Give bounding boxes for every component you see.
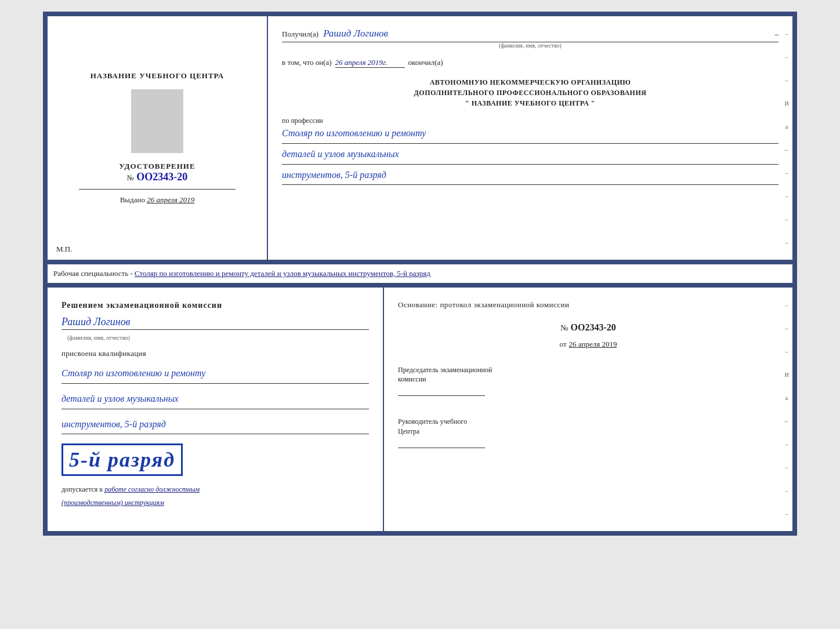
predsedatel-line2: комиссии <box>398 375 779 384</box>
cert-top-left: НАЗВАНИЕ УЧЕБНОГО ЦЕНТРА УДОСТОВЕРЕНИЕ №… <box>48 16 268 260</box>
osnov-number-prefix: № <box>560 323 568 333</box>
rukovoditel-signature-line <box>398 437 485 448</box>
profession-line3: инструментов, 5-й разряд <box>282 170 386 180</box>
big-rank-box: 5-й разряд <box>61 443 183 476</box>
dopusk-prefix: допускается к <box>61 485 103 493</box>
po-professii-label: по профессии <box>282 117 779 125</box>
top-certificate-card: НАЗВАНИЕ УЧЕБНОГО ЦЕНТРА УДОСТОВЕРЕНИЕ №… <box>43 12 797 264</box>
osnov-number: OO2343-20 <box>571 322 616 333</box>
okonchill-label: окончил(а) <box>408 58 443 67</box>
specialty-value: Столяр по изготовлению и ремонту деталей… <box>135 269 430 278</box>
specialty-text-bar: Рабочая специальность - Столяр по изгото… <box>43 264 797 283</box>
org-line3: " НАЗВАНИЕ УЧЕБНОГО ЦЕНТРА " <box>282 98 779 108</box>
dopusk-block: допускается к работе согласно должностны… <box>61 485 369 494</box>
komissia-name-value: Рашид Логинов <box>61 316 130 329</box>
cert-number: OO2343-20 <box>136 171 187 183</box>
document-wrapper: НАЗВАНИЕ УЧЕБНОГО ЦЕНТРА УДОСТОВЕРЕНИЕ №… <box>43 12 797 536</box>
predsedatel-signature-line <box>398 384 485 396</box>
profession-block: по профессии Столяр по изготовлению и ре… <box>282 117 779 185</box>
divider-line <box>79 189 236 190</box>
specialty-prefix: Рабочая специальность - <box>53 269 135 278</box>
osnov-date-row: от 26 апреля 2019 <box>398 340 779 349</box>
profession-line1: Столяр по изготовлению и ремонту <box>282 128 426 138</box>
fio-sublabel-bottom: (фамилия, имя, отчество) <box>67 335 369 341</box>
vtom-row: в том, что он(а) 26 апреля 2019г. окончи… <box>282 58 779 68</box>
prisvoena-label: присвоена квалификация <box>61 349 369 358</box>
qual-line2: деталей и узлов музыкальных <box>61 394 179 403</box>
fio-sublabel-top: (фамилия, имя, отчество) <box>282 42 779 49</box>
org-line1: АВТОНОМНУЮ НЕКОММЕРЧЕСКУЮ ОРГАНИЗАЦИЮ <box>282 77 779 88</box>
right-side-decor: – – – И а ← – – – – <box>781 16 792 260</box>
poluchil-row: Получил(a) Рашид Логинов – (фамилия, имя… <box>282 28 779 49</box>
qual-line1: Столяр по изготовлению и ремонту <box>61 368 205 378</box>
big-rank-text: 5-й разряд <box>69 448 175 472</box>
vydano-label: Выдано <box>120 195 145 204</box>
org-line2: ДОПОЛНИТЕЛЬНОГО ПРОФЕССИОНАЛЬНОГО ОБРАЗО… <box>282 88 779 98</box>
top-left-title: НАЗВАНИЕ УЧЕБНОГО ЦЕНТРА <box>90 71 225 81</box>
number-prefix: № <box>127 173 134 183</box>
profession-line2: деталей и узлов музыкальных <box>282 149 399 159</box>
dopusk-block2: (производственным) инструкциям <box>61 499 369 507</box>
dopusk-value2: (производственным) инструкциям <box>61 499 164 507</box>
cert-bottom-right: Основание: протокол экзаменационной коми… <box>384 288 792 531</box>
osnov-label: Основание: протокол экзаменационной коми… <box>398 299 779 311</box>
predsedatel-block: Председатель экзаменационной комиссии <box>398 365 779 397</box>
rukovoditel-block: Руководитель учебного Центра <box>398 417 779 448</box>
vydano-date: 26 апреля 2019 <box>147 195 194 204</box>
dopusk-value: работе согласно должностным <box>104 485 200 493</box>
cert-top-right: Получил(a) Рашид Логинов – (фамилия, имя… <box>268 16 792 260</box>
vtom-label: в том, что он(а) <box>282 58 332 67</box>
ot-date: 26 апреля 2019 <box>569 340 617 349</box>
cert-bottom-left: Решением экзаменационной комиссии Рашид … <box>48 288 384 531</box>
rukovoditel-line1: Руководитель учебного <box>398 417 779 427</box>
poluchil-value: Рашид Логинов <box>323 28 388 41</box>
ot-label: от <box>560 340 567 349</box>
predsedatel-line1: Председатель экзаменационной <box>398 365 779 375</box>
rukovoditel-line2: Центра <box>398 427 779 437</box>
bottom-certificate-card: Решением экзаменационной комиссии Рашид … <box>43 283 797 536</box>
org-block: АВТОНОМНУЮ НЕКОММЕРЧЕСКУЮ ОРГАНИЗАЦИЮ ДО… <box>282 77 779 108</box>
bottom-right-side-decor: – – – И а ← – – – – <box>781 288 792 531</box>
udostoverenie-label: УДОСТОВЕРЕНИЕ <box>119 162 195 171</box>
qual-line3: инструментов, 5-й разряд <box>61 419 166 429</box>
vydano-block: Выдано 26 апреля 2019 <box>120 195 195 205</box>
vtom-value: 26 апреля 2019г. <box>335 58 405 68</box>
photo-placeholder <box>131 89 183 153</box>
mp-label: М.П. <box>56 245 72 254</box>
poluchil-label: Получил(a) <box>282 30 318 39</box>
resheniyem-label: Решением экзаменационной комиссии <box>61 299 369 311</box>
